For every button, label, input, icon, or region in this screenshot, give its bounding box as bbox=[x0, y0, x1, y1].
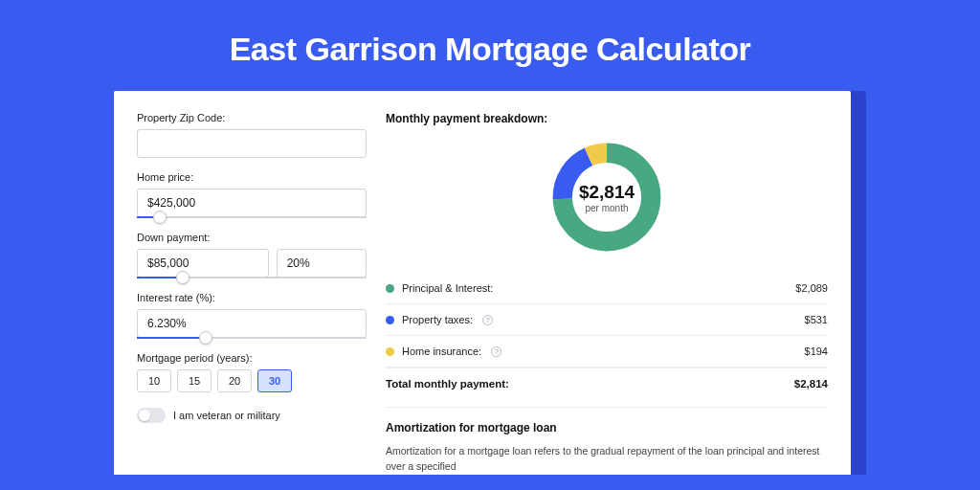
legend-row-taxes: Property taxes: ? $531 bbox=[386, 304, 828, 336]
zip-field-group: Property Zip Code: bbox=[137, 112, 367, 158]
down-payment-label: Down payment: bbox=[137, 232, 367, 243]
donut-center: $2,814 per month bbox=[548, 139, 665, 256]
period-option-10[interactable]: 10 bbox=[137, 369, 171, 392]
down-payment-input[interactable] bbox=[137, 249, 269, 278]
total-row: Total monthly payment: $2,814 bbox=[386, 368, 828, 403]
legend-label: Home insurance: bbox=[402, 345, 481, 357]
amortization-section: Amortization for mortgage loan Amortizat… bbox=[386, 407, 828, 475]
home-price-group: Home price: bbox=[137, 171, 367, 218]
zip-input[interactable] bbox=[137, 129, 367, 158]
period-option-20[interactable]: 20 bbox=[217, 369, 252, 392]
info-icon[interactable]: ? bbox=[482, 315, 493, 325]
amortization-text: Amortization for a mortgage loan refers … bbox=[386, 444, 828, 475]
legend-value: $531 bbox=[805, 314, 828, 325]
breakdown-title: Monthly payment breakdown: bbox=[386, 112, 828, 125]
amortization-title: Amortization for mortgage loan bbox=[386, 421, 828, 434]
zip-label: Property Zip Code: bbox=[137, 112, 367, 123]
down-payment-slider[interactable] bbox=[137, 277, 367, 278]
legend-row-insurance: Home insurance: ? $194 bbox=[386, 336, 828, 368]
period-label: Mortgage period (years): bbox=[137, 352, 367, 364]
interest-group: Interest rate (%): bbox=[137, 292, 367, 339]
breakdown-column: Monthly payment breakdown: $2,814 per mo… bbox=[386, 112, 828, 475]
page-title: East Garrison Mortgage Calculator bbox=[0, 0, 980, 91]
dot-icon bbox=[386, 316, 394, 324]
interest-slider[interactable] bbox=[137, 337, 367, 339]
dot-icon bbox=[386, 284, 394, 293]
legend-label: Principal & Interest: bbox=[402, 282, 493, 294]
donut-sub: per month bbox=[585, 203, 628, 213]
legend-label: Property taxes: bbox=[402, 314, 473, 325]
dot-icon bbox=[386, 347, 394, 356]
donut-wrap: $2,814 per month bbox=[386, 139, 828, 256]
interest-input[interactable] bbox=[137, 309, 367, 338]
home-price-slider-thumb[interactable] bbox=[153, 211, 167, 224]
period-options: 10 15 20 30 bbox=[137, 369, 367, 392]
period-option-30[interactable]: 30 bbox=[257, 369, 292, 392]
info-icon[interactable]: ? bbox=[491, 346, 501, 357]
form-column: Property Zip Code: Home price: Down paym… bbox=[137, 112, 367, 475]
veteran-toggle[interactable] bbox=[137, 408, 166, 423]
veteran-label: I am veteran or military bbox=[173, 410, 280, 421]
home-price-slider[interactable] bbox=[137, 216, 367, 218]
interest-slider-fill bbox=[137, 337, 206, 339]
legend-value: $2,089 bbox=[795, 282, 828, 294]
legend-value: $194 bbox=[805, 345, 828, 357]
interest-label: Interest rate (%): bbox=[137, 292, 367, 303]
veteran-row: I am veteran or military bbox=[137, 408, 367, 423]
legend-row-principal: Principal & Interest: $2,089 bbox=[386, 273, 828, 304]
down-payment-group: Down payment: bbox=[137, 232, 367, 278]
interest-slider-thumb[interactable] bbox=[199, 331, 212, 345]
down-payment-pct-input[interactable] bbox=[277, 249, 367, 278]
home-price-label: Home price: bbox=[137, 171, 367, 183]
period-group: Mortgage period (years): 10 15 20 30 bbox=[137, 352, 367, 392]
card-shadow: Property Zip Code: Home price: Down paym… bbox=[114, 91, 866, 475]
home-price-input[interactable] bbox=[137, 189, 367, 217]
calculator-card: Property Zip Code: Home price: Down paym… bbox=[114, 91, 851, 475]
payment-donut-chart: $2,814 per month bbox=[548, 139, 665, 256]
total-label: Total monthly payment: bbox=[386, 378, 509, 390]
down-payment-slider-thumb[interactable] bbox=[176, 271, 189, 284]
total-value: $2,814 bbox=[794, 378, 828, 390]
period-option-15[interactable]: 15 bbox=[177, 369, 212, 392]
donut-amount: $2,814 bbox=[579, 182, 635, 203]
